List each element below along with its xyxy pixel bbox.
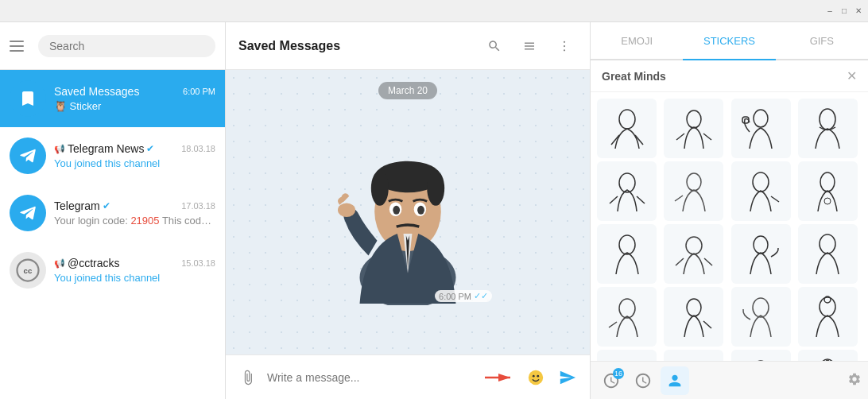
svg-line-43 bbox=[704, 258, 712, 265]
svg-point-48 bbox=[687, 299, 701, 316]
sticker-cell-11[interactable] bbox=[731, 224, 791, 284]
panel-footer: 16 bbox=[591, 361, 868, 399]
chat-name-row-cctracks: 📢 @cctracks 15.03.18 bbox=[54, 257, 215, 269]
svg-point-15 bbox=[338, 203, 355, 218]
svg-line-25 bbox=[676, 134, 684, 140]
pack-title: Great Minds bbox=[602, 70, 666, 83]
sticker-panel: EMOJI STICKERS GIFS Great Minds ✕ bbox=[590, 22, 868, 399]
tab-gifs[interactable]: GIFS bbox=[776, 22, 868, 60]
chat-area: Saved Messages March 20 bbox=[226, 22, 590, 399]
svg-point-35 bbox=[753, 172, 769, 192]
search-input[interactable] bbox=[38, 35, 215, 57]
tab-stickers[interactable]: STICKERS bbox=[683, 22, 775, 60]
chat-name-row-saved: Saved Messages 6:00 PM bbox=[54, 85, 215, 98]
svg-point-41 bbox=[686, 237, 702, 254]
person-button[interactable] bbox=[661, 366, 689, 395]
sticker-cell-12[interactable] bbox=[798, 224, 858, 284]
sticker-cell-18[interactable] bbox=[664, 350, 723, 361]
verified-icon-news: ✔ bbox=[146, 143, 154, 154]
svg-point-9 bbox=[371, 171, 389, 206]
recent-stickers-button[interactable]: 16 bbox=[597, 366, 626, 395]
send-button[interactable] bbox=[555, 365, 580, 390]
sticker-svg bbox=[320, 110, 495, 305]
verified-icon-telegram: ✔ bbox=[103, 200, 110, 211]
sticker-cell-6[interactable] bbox=[664, 161, 723, 221]
sticker-cell-14[interactable] bbox=[664, 287, 723, 347]
svg-point-21 bbox=[619, 110, 635, 129]
clock-button[interactable] bbox=[629, 366, 657, 395]
chat-info-telegram: Telegram ✔ 17.03.18 Your login code: 219… bbox=[54, 200, 215, 227]
svg-point-38 bbox=[824, 198, 831, 204]
chat-title: Saved Messages bbox=[238, 39, 472, 53]
avatar-saved bbox=[10, 80, 46, 117]
chat-item-cctracks[interactable]: cc 📢 @cctracks 15.03.18 You joined this … bbox=[0, 242, 225, 299]
gear-button[interactable] bbox=[847, 372, 862, 389]
chat-preview-cctracks: You joined this channel bbox=[54, 272, 215, 284]
chat-time-cctracks: 15.03.18 bbox=[181, 258, 215, 268]
columns-button[interactable] bbox=[517, 33, 542, 59]
tab-emoji[interactable]: EMOJI bbox=[591, 22, 683, 60]
sticker-cell-5[interactable] bbox=[597, 161, 657, 221]
sidebar: Saved Messages 6:00 PM 🦉 Sticker 📢 Teleg… bbox=[0, 22, 226, 399]
avatar-telegram bbox=[10, 195, 46, 231]
message-input[interactable] bbox=[267, 371, 479, 384]
app-container: Saved Messages 6:00 PM 🦉 Sticker 📢 Teleg… bbox=[0, 22, 868, 399]
sticker-cell-16[interactable] bbox=[798, 287, 858, 347]
sticker-cell-13[interactable] bbox=[597, 287, 657, 347]
svg-point-2 bbox=[564, 41, 565, 42]
search-chat-button[interactable] bbox=[482, 33, 507, 59]
sticker-cell-4[interactable] bbox=[798, 99, 858, 158]
chat-time-news: 18.03.18 bbox=[181, 144, 215, 153]
svg-point-18 bbox=[529, 370, 543, 384]
svg-line-26 bbox=[703, 134, 711, 140]
attach-button[interactable] bbox=[235, 365, 261, 390]
chat-name-saved: Saved Messages bbox=[54, 85, 139, 98]
chat-item-telegram[interactable]: Telegram ✔ 17.03.18 Your login code: 219… bbox=[0, 184, 225, 242]
sticker-cell-1[interactable] bbox=[597, 99, 657, 158]
arrow-indicator bbox=[485, 370, 517, 385]
chat-info-cctracks: 📢 @cctracks 15.03.18 You joined this cha… bbox=[54, 257, 215, 284]
sticker-message: 6:00 PM ✓✓ bbox=[320, 110, 495, 305]
chat-input-bar bbox=[226, 354, 590, 399]
minimize-button[interactable]: – bbox=[823, 5, 836, 17]
chat-list: Saved Messages 6:00 PM 🦉 Sticker 📢 Teleg… bbox=[0, 70, 225, 399]
chat-time-saved: 6:00 PM bbox=[183, 87, 215, 96]
svg-line-32 bbox=[637, 196, 645, 203]
sticker-cell-8[interactable] bbox=[798, 161, 858, 221]
svg-point-19 bbox=[533, 374, 535, 377]
emoji-button[interactable] bbox=[523, 365, 548, 390]
maximize-button[interactable]: □ bbox=[838, 5, 851, 17]
chat-background: March 20 bbox=[226, 70, 590, 354]
sidebar-header bbox=[0, 22, 225, 70]
close-panel-button[interactable]: ✕ bbox=[847, 68, 857, 83]
chat-preview-news: You joined this channel bbox=[54, 157, 215, 169]
sticker-cell-10[interactable] bbox=[664, 224, 723, 284]
chat-preview-saved: 🦉 Sticker bbox=[54, 100, 215, 112]
svg-point-27 bbox=[754, 110, 768, 127]
more-options-button[interactable] bbox=[552, 33, 577, 59]
svg-point-45 bbox=[820, 234, 835, 254]
svg-point-14 bbox=[417, 206, 424, 215]
sticker-cell-15[interactable] bbox=[731, 287, 791, 347]
sticker-cell-3[interactable] bbox=[731, 99, 791, 158]
avatar-telegram-news bbox=[10, 138, 46, 174]
title-bar: – □ ✕ bbox=[0, 0, 868, 22]
chat-name-telegram: Telegram ✔ bbox=[54, 200, 110, 212]
panel-header: Great Minds ✕ bbox=[591, 60, 868, 92]
sticker-cell-20[interactable] bbox=[798, 350, 858, 361]
sticker-cell-2[interactable] bbox=[664, 99, 723, 158]
svg-line-36 bbox=[771, 196, 779, 202]
sticker-cell-9[interactable] bbox=[597, 224, 657, 284]
highlight-code: 21905 bbox=[130, 215, 159, 227]
close-button[interactable]: ✕ bbox=[852, 5, 865, 17]
sticker-cell-17[interactable] bbox=[597, 350, 657, 361]
svg-point-50 bbox=[753, 298, 769, 317]
chat-item-saved[interactable]: Saved Messages 6:00 PM 🦉 Sticker bbox=[0, 70, 225, 127]
sticker-cell-7[interactable] bbox=[731, 161, 791, 221]
chat-item-telegram-news[interactable]: 📢 Telegram News ✔ 18.03.18 You joined th… bbox=[0, 127, 225, 184]
sticker-cell-19[interactable] bbox=[731, 350, 791, 361]
date-badge: March 20 bbox=[238, 83, 577, 97]
chat-info-saved: Saved Messages 6:00 PM 🦉 Sticker bbox=[54, 85, 215, 112]
hamburger-button[interactable] bbox=[10, 35, 32, 57]
chat-time-telegram: 17.03.18 bbox=[181, 201, 215, 211]
